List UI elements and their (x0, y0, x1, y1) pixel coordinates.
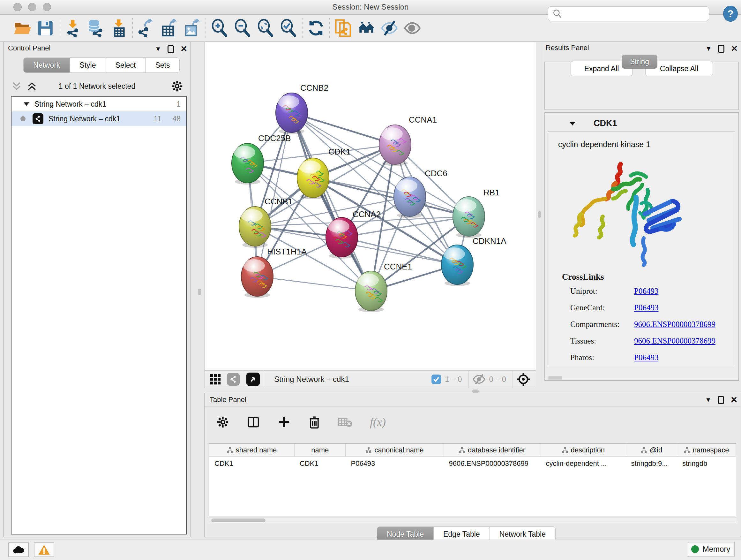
crosslink-row: Tissues:9606.ENSP00000378699 (570, 336, 716, 346)
import-network-file-button[interactable] (61, 17, 84, 40)
tab-string[interactable]: String (622, 55, 657, 69)
save-session-button[interactable] (34, 17, 57, 40)
selected-checkbox-icon[interactable] (431, 374, 442, 385)
add-column-icon[interactable] (277, 415, 291, 429)
crosslink-label: Tissues: (570, 336, 634, 346)
float-panel-icon[interactable] (718, 45, 724, 53)
left-splitter-handle[interactable] (198, 289, 201, 295)
column-header-canonical-name[interactable]: canonical name (346, 444, 444, 456)
export-network-icon (137, 19, 155, 37)
string-home-button[interactable] (355, 17, 378, 40)
import-table-icon (110, 19, 128, 37)
crosslink-link[interactable]: P06493 (634, 353, 658, 362)
hidden-eye-icon[interactable] (472, 374, 486, 385)
minimize-panel-icon[interactable]: ▼ (155, 45, 161, 53)
zoom-selected-icon (279, 19, 298, 37)
gene-entry-header[interactable]: CDK1 (545, 117, 738, 131)
tab-select[interactable]: Select (106, 57, 146, 73)
tab-network[interactable]: Network (23, 57, 70, 73)
tab-style[interactable]: Style (70, 57, 106, 73)
float-panel-icon[interactable] (718, 396, 724, 404)
network-node-count: 11 (154, 115, 161, 123)
help-button[interactable]: ? (723, 6, 738, 22)
export-image-button[interactable] (181, 17, 204, 40)
toolbar-separator (302, 18, 302, 38)
export-image-icon (183, 19, 201, 37)
zoom-in-button[interactable] (208, 17, 231, 40)
column-header-name[interactable]: name (294, 444, 346, 456)
zoom-out-button[interactable] (231, 17, 254, 40)
column-header-description[interactable]: description (541, 444, 626, 456)
crosslink-link[interactable]: P06493 (634, 303, 658, 312)
import-network-database-button[interactable] (84, 17, 107, 40)
column-header--id[interactable]: @id (626, 444, 677, 456)
export-network-button[interactable] (135, 17, 158, 40)
table-settings-gear-icon[interactable] (216, 415, 229, 429)
cloud-status-button[interactable] (8, 543, 29, 557)
zoom-selected-button[interactable] (277, 17, 300, 40)
network-node-CDC6[interactable]: CDC6 (394, 169, 448, 218)
close-panel-icon[interactable]: ✕ (731, 395, 738, 405)
column-header-namespace[interactable]: namespace (677, 444, 736, 456)
minimize-panel-icon[interactable]: ▼ (705, 45, 712, 52)
string-import-button[interactable] (332, 17, 355, 40)
close-panel-icon[interactable]: ✕ (731, 44, 738, 54)
network-row[interactable]: String Network – cdk1 11 48 (11, 111, 186, 126)
birds-eye-icon[interactable] (516, 372, 531, 387)
node-label-CCNB2: CCNB2 (300, 83, 328, 92)
results-panel-title: Results Panel (546, 44, 589, 52)
scrollbar-thumb[interactable] (211, 518, 266, 522)
crosslink-row: Compartments:9606.ENSP00000378699 (570, 320, 716, 329)
column-header-label: database identifier (468, 446, 525, 454)
gear-icon[interactable] (171, 80, 184, 92)
network-view[interactable]: CCNB2CCNA1CDC25BCDK1CDC6RB1CCNB1CCNA2CDK… (204, 42, 536, 370)
crosslink-link[interactable]: 9606.ENSP00000378699 (634, 320, 716, 328)
open-session-button[interactable] (11, 17, 34, 40)
network-node-CCNB2[interactable]: CCNB2 (276, 83, 328, 134)
search-input[interactable] (565, 10, 703, 18)
open-in-window-icon[interactable] (246, 373, 260, 386)
function-builder-icon: f(x) (370, 415, 386, 429)
close-panel-icon[interactable]: ✕ (180, 44, 187, 54)
grid-view-icon[interactable] (209, 373, 222, 386)
collapse-triangle-icon[interactable] (569, 120, 576, 127)
apply-layout-button[interactable] (305, 17, 327, 40)
show-glass-button[interactable] (401, 17, 424, 40)
crosslink-label: Pharos: (570, 353, 634, 362)
crosslink-label: Uniprot: (570, 287, 634, 296)
table-horizontal-scrollbar[interactable] (209, 517, 736, 523)
search-field[interactable] (548, 6, 709, 21)
right-splitter-handle[interactable] (538, 211, 541, 218)
export-table-button[interactable] (158, 17, 181, 40)
network-collection-row[interactable]: String Network – cdk1 1 (11, 97, 186, 111)
network-share-icon[interactable] (227, 373, 240, 386)
fit-content-button[interactable] (254, 17, 277, 40)
table-row[interactable]: CDK1CDK1P064939606.ENSP00000378699cyclin… (209, 456, 736, 471)
column-header-database-identifier[interactable]: database identifier (444, 444, 541, 456)
float-panel-icon[interactable] (167, 45, 174, 53)
network-node-CCNA1[interactable]: CCNA1 (379, 115, 437, 166)
column-header-shared-name[interactable]: shared name (209, 444, 294, 456)
minimize-panel-icon[interactable]: ▼ (705, 396, 711, 403)
network-edge-CCNA2-CDKN1A (342, 237, 457, 265)
network-label: String Network – cdk1 (49, 115, 120, 123)
results-panel: Results Panel ▼ ✕ String Expand All Coll… (542, 42, 741, 383)
network-node-CCNB1[interactable]: CCNB1 (239, 197, 293, 248)
network-node-CCNE1[interactable]: CCNE1 (355, 262, 412, 312)
network-node-CDKN1A[interactable]: CDKN1A (441, 236, 507, 286)
tab-sets[interactable]: Sets (145, 57, 180, 73)
show-columns-icon[interactable] (247, 415, 260, 429)
collapse-triangle-icon[interactable] (23, 101, 30, 107)
warnings-button[interactable] (34, 543, 54, 557)
crosslink-link[interactable]: 9606.ENSP00000378699 (634, 336, 716, 345)
horizontal-scrollbar-fragment[interactable] (548, 376, 562, 380)
import-table-button[interactable] (107, 17, 130, 40)
delete-column-icon[interactable] (308, 415, 321, 429)
node-label-HIST1H1A: HIST1H1A (267, 247, 307, 256)
memory-button[interactable]: Memory (687, 542, 735, 557)
hide-glass-button[interactable] (378, 17, 401, 40)
network-node-HIST1H1A[interactable]: HIST1H1A (241, 247, 307, 298)
crosslink-link[interactable]: P06493 (634, 287, 658, 295)
network-node-RB1[interactable]: RB1 (453, 188, 500, 238)
column-header-label: namespace (693, 446, 729, 454)
